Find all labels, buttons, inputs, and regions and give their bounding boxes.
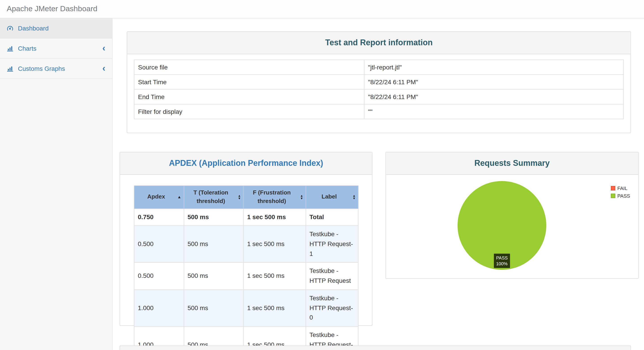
label-value: Testkube - HTTP Request <box>306 262 358 290</box>
column-label: F (Frustration threshold) <box>253 189 291 204</box>
column-header-frustration[interactable]: F (Frustration threshold) ▲▼ <box>243 186 306 208</box>
info-value: "" <box>364 104 624 119</box>
requests-summary-heading: Requests Summary <box>386 152 638 175</box>
apdex-value: 0.500 <box>134 262 184 290</box>
apdex-value: 1.000 <box>134 290 184 326</box>
chart-legend: FAIL PASS <box>611 186 630 201</box>
pie-label-series: PASS <box>496 255 508 261</box>
info-value: "8/22/24 6:11 PM" <box>364 74 624 90</box>
toleration-value: 500 ms <box>184 226 243 262</box>
table-header-row: Apdex ▲ T (Toleration threshold) ▲▼ F (F… <box>134 186 358 208</box>
sidebar: Dashboard Charts ‹ <box>0 18 112 350</box>
info-value: "8/22/24 6:11 PM" <box>364 90 624 104</box>
chevron-left-icon: ‹ <box>102 43 105 54</box>
sort-icon: ▲▼ <box>238 194 241 200</box>
page-title: Apache JMeter Dashboard <box>0 0 97 18</box>
frustration-value: 1 sec 500 ms <box>243 290 306 326</box>
test-report-info-body: Source file "jtl-report.jtl" Start Time … <box>127 54 630 124</box>
apdex-value: 0.500 <box>134 226 184 262</box>
label-value: Total <box>306 208 358 226</box>
apdex-body: Apdex ▲ T (Toleration threshold) ▲▼ F (F… <box>120 186 372 350</box>
info-label: Source file <box>134 60 364 74</box>
apdex-value: 0.750 <box>134 208 184 226</box>
table-row: 0.500 500 ms 1 sec 500 ms Testkube - HTT… <box>134 262 358 290</box>
toleration-value: 500 ms <box>184 262 243 290</box>
pie-data-label: PASS 100% <box>494 254 510 268</box>
sidebar-item-charts[interactable]: Charts ‹ <box>0 38 112 59</box>
frustration-value: 1 sec 500 ms <box>243 262 306 290</box>
column-header-toleration[interactable]: T (Toleration threshold) ▲▼ <box>184 186 243 208</box>
table-row: Start Time "8/22/24 6:11 PM" <box>134 74 624 90</box>
test-info-table: Source file "jtl-report.jtl" Start Time … <box>134 60 624 119</box>
toleration-value: 500 ms <box>184 208 243 226</box>
main-content: Test and Report information Source file … <box>112 18 644 350</box>
table-row: Source file "jtl-report.jtl" <box>134 60 624 74</box>
frustration-value: 1 sec 500 ms <box>243 208 306 226</box>
sidebar-item-dashboard[interactable]: Dashboard <box>0 18 112 38</box>
bar-chart-icon <box>7 45 16 52</box>
sidebar-item-label: Charts <box>18 45 36 52</box>
requests-summary-panel: Requests Summary FAIL PASS PASS 100% <box>386 152 638 279</box>
info-label: Start Time <box>134 74 364 90</box>
column-label: Label <box>322 193 337 200</box>
info-label: End Time <box>134 90 364 104</box>
legend-label: PASS <box>617 193 630 198</box>
next-panel-partial <box>120 346 631 350</box>
sidebar-item-label: Dashboard <box>18 25 48 32</box>
sidebar-item-label: Customs Graphs <box>18 65 65 72</box>
dashboard-icon <box>7 25 16 32</box>
table-row: Filter for display "" <box>134 104 624 119</box>
table-row: 1.000 500 ms 1 sec 500 ms Testkube - HTT… <box>134 290 358 326</box>
app-header: Apache JMeter Dashboard <box>0 0 644 18</box>
column-header-label[interactable]: Label ▲▼ <box>306 186 358 208</box>
page: Apache JMeter Dashboard Dashboard <box>0 0 644 350</box>
frustration-value: 1 sec 500 ms <box>243 226 306 262</box>
sort-icon: ▲▼ <box>300 194 303 200</box>
column-header-apdex[interactable]: Apdex ▲ <box>134 186 184 208</box>
sort-ascending-icon: ▲ <box>177 195 181 199</box>
label-value: Testkube - HTTP Request-1 <box>306 226 358 262</box>
fail-color-swatch <box>611 186 616 190</box>
panel-title: Test and Report information <box>132 38 626 48</box>
legend-label: FAIL <box>617 186 628 191</box>
apdex-table: Apdex ▲ T (Toleration threshold) ▲▼ F (F… <box>134 186 358 350</box>
pie-label-percent: 100% <box>496 261 508 267</box>
chevron-left-icon: ‹ <box>102 64 105 74</box>
panel-title: Requests Summary <box>390 159 634 168</box>
sidebar-item-customs-graphs[interactable]: Customs Graphs ‹ <box>0 59 112 79</box>
test-report-info-panel: Test and Report information Source file … <box>127 31 631 133</box>
pass-color-swatch <box>611 194 616 198</box>
table-row: End Time "8/22/24 6:11 PM" <box>134 90 624 104</box>
apdex-title-link[interactable]: APDEX (Application Performance Index) <box>124 159 368 168</box>
table-row-total: 0.750 500 ms 1 sec 500 ms Total <box>134 208 358 226</box>
info-value: "jtl-report.jtl" <box>364 60 624 74</box>
apdex-heading: APDEX (Application Performance Index) <box>120 152 372 175</box>
bar-chart-icon <box>7 65 16 72</box>
legend-item-fail: FAIL <box>611 186 630 191</box>
requests-summary-pie-chart: FAIL PASS PASS 100% <box>386 175 638 277</box>
table-row: 0.500 500 ms 1 sec 500 ms Testkube - HTT… <box>134 226 358 262</box>
toleration-value: 500 ms <box>184 290 243 326</box>
sort-icon: ▲▼ <box>352 194 356 200</box>
column-label: T (Toleration threshold) <box>194 189 228 204</box>
test-report-info-heading: Test and Report information <box>127 32 630 54</box>
info-label: Filter for display <box>134 104 364 119</box>
label-value: Testkube - HTTP Request-0 <box>306 290 358 326</box>
apdex-panel: APDEX (Application Performance Index) Ap… <box>120 152 372 326</box>
column-label: Apdex <box>147 193 165 200</box>
legend-item-pass: PASS <box>611 193 630 198</box>
